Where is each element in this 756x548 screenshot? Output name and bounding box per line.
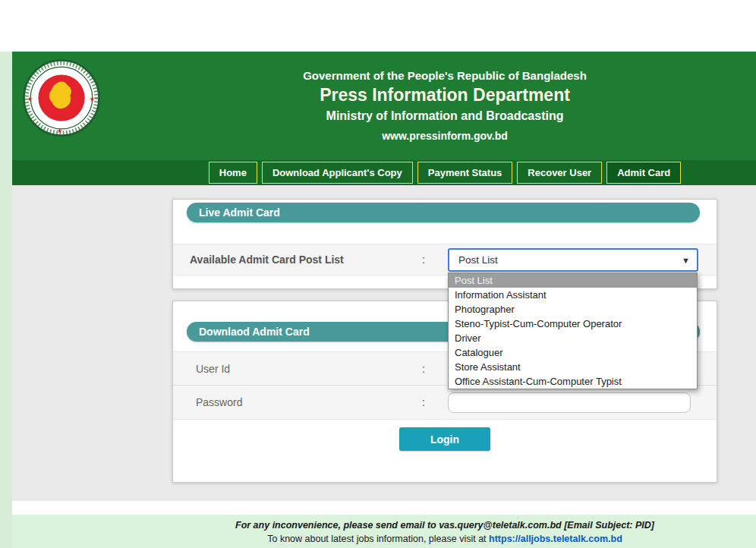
page: ★ ★ ★ Government of the People's Republi… bbox=[0, 0, 756, 548]
dropdown-option-driver[interactable]: Driver bbox=[449, 331, 697, 345]
page-left-margin bbox=[0, 52, 12, 548]
site-column: ★ ★ ★ Government of the People's Republi… bbox=[12, 52, 756, 548]
post-list-select[interactable]: Post List ▼ bbox=[448, 248, 698, 272]
nav-download-applicants-copy[interactable]: Download Applicant's Copy bbox=[262, 162, 413, 184]
main-nav: Home Download Applicant's Copy Payment S… bbox=[12, 160, 756, 185]
dropdown-option-office-assistant[interactable]: Office Assistant-Cum-Computer Typist bbox=[449, 374, 697, 389]
user-id-label: User Id bbox=[196, 352, 230, 386]
dropdown-option-post-list[interactable]: Post List bbox=[449, 273, 697, 288]
post-list-selected-value: Post List bbox=[458, 254, 498, 266]
footer-jobs-text: To know about latest jobs information, p… bbox=[267, 534, 489, 544]
live-admit-card-panel: Live Admit Card Available Admit Card Pos… bbox=[172, 199, 717, 289]
post-list-dropdown: Post List Information Assistant Photogra… bbox=[448, 272, 698, 389]
header-text-block: Government of the People's Republic of B… bbox=[12, 52, 756, 146]
content-area: Live Admit Card Available Admit Card Pos… bbox=[12, 185, 756, 501]
separator-colon: : bbox=[422, 352, 425, 386]
password-row: Password : bbox=[173, 386, 717, 419]
nav-home[interactable]: Home bbox=[209, 162, 257, 184]
dropdown-option-cataloguer[interactable]: Cataloguer bbox=[449, 345, 697, 360]
separator-colon: : bbox=[422, 386, 425, 419]
nav-payment-status[interactable]: Payment Status bbox=[417, 162, 513, 184]
chevron-down-icon: ▼ bbox=[682, 256, 690, 265]
alljobs-link[interactable]: https://alljobs.teletalk.com.bd bbox=[489, 534, 622, 544]
footer-contact-note: For any inconvenience, please send email… bbox=[12, 520, 756, 531]
ministry-title: Ministry of Information and Broadcasting bbox=[12, 106, 756, 126]
login-button[interactable]: Login bbox=[399, 427, 490, 451]
post-list-label: Available Admit Card Post List bbox=[190, 244, 344, 275]
password-input[interactable] bbox=[448, 392, 691, 413]
website-url: www.pressinform.gov.bd bbox=[12, 126, 756, 146]
nav-recover-user[interactable]: Recover User bbox=[517, 162, 602, 184]
dropdown-option-information-assistant[interactable]: Information Assistant bbox=[449, 288, 697, 302]
separator-colon: : bbox=[422, 244, 425, 275]
footer-jobs-note: To know about latest jobs information, p… bbox=[12, 534, 756, 544]
dropdown-option-steno-typist[interactable]: Steno-Typist-Cum-Computer Operator bbox=[449, 317, 697, 331]
department-title: Press Information Department bbox=[12, 83, 756, 106]
dropdown-option-photographer[interactable]: Photographer bbox=[449, 302, 697, 317]
live-admit-card-header: Live Admit Card bbox=[187, 203, 700, 222]
site-footer: For any inconvenience, please send email… bbox=[12, 515, 756, 548]
password-label: Password bbox=[196, 386, 242, 419]
nav-admit-card[interactable]: Admit Card bbox=[606, 162, 681, 184]
post-list-row: Available Admit Card Post List : Post Li… bbox=[173, 244, 717, 276]
dropdown-option-store-assistant[interactable]: Store Assistant bbox=[449, 360, 697, 374]
govt-title: Government of the People's Republic of B… bbox=[12, 68, 756, 83]
site-header: ★ ★ ★ Government of the People's Republi… bbox=[12, 52, 756, 160]
